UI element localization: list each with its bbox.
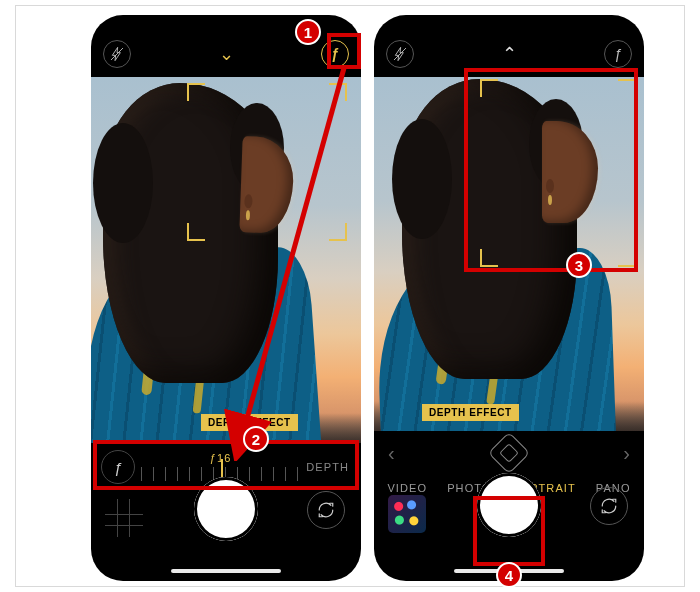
camera-topbar: ⌃ ƒ [374,39,644,69]
chevron-down-icon[interactable]: ⌄ [219,43,234,65]
flash-button[interactable] [103,40,131,68]
camera-topbar: ⌄ ƒ [91,39,361,69]
focus-brackets [480,79,636,267]
flip-camera-button[interactable] [307,491,345,529]
home-indicator[interactable] [171,569,281,573]
depth-label: DEPTH [306,461,349,473]
f-number-button[interactable]: ƒ [604,40,632,68]
camera-viewfinder[interactable]: DEPTH EFFECT [374,77,644,431]
fx-prev-icon[interactable]: ‹ [388,442,395,465]
shutter-button[interactable] [194,477,258,541]
f-number-button[interactable]: ƒ [321,40,349,68]
home-indicator[interactable] [454,569,564,573]
f-number-value: ƒ16 [210,452,232,464]
last-photo-thumbnail[interactable] [388,495,426,533]
lighting-effect-icon[interactable] [488,432,530,474]
f-number-toggle[interactable]: ƒ [101,450,135,484]
flash-button[interactable] [386,40,414,68]
depth-effect-badge: DEPTH EFFECT [422,404,519,421]
lighting-effects-row: ‹ › [374,431,644,475]
grid-icon[interactable] [105,499,143,537]
flip-camera-button[interactable] [590,487,628,525]
depth-effect-badge: DEPTH EFFECT [201,414,298,431]
shutter-button[interactable] [477,473,541,537]
focus-brackets [187,83,347,241]
mode-video[interactable]: VIDEO [387,482,427,494]
phone-left: ⌄ ƒ DEPTH EFFECT ƒ ƒ16 DEPTH [91,15,361,581]
camera-viewfinder[interactable]: DEPTH EFFECT [91,77,361,443]
chevron-up-icon[interactable]: ⌃ [502,43,517,65]
phone-right: ⌃ ƒ DEPTH EFFECT ‹ › VIDEO PHOTO PORTRAI… [374,15,644,581]
fx-next-icon[interactable]: › [623,442,630,465]
tutorial-frame: ⌄ ƒ DEPTH EFFECT ƒ ƒ16 DEPTH [15,5,685,587]
